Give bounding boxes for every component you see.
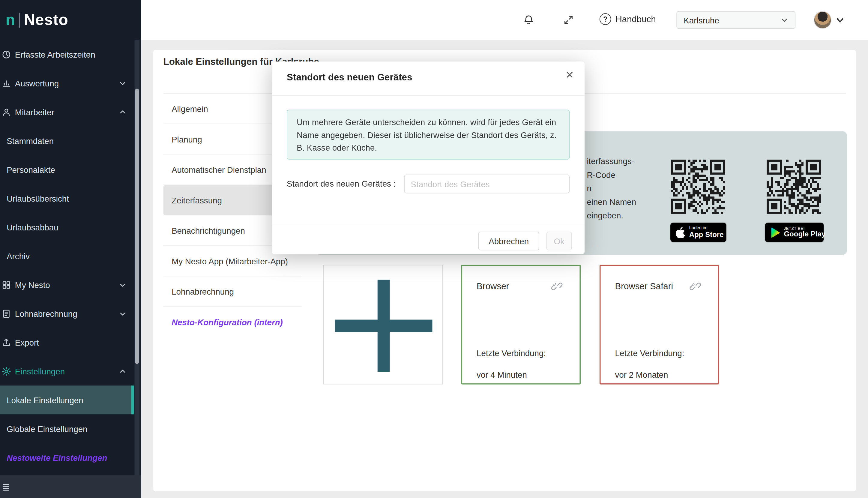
device-location-input[interactable] [404,174,570,194]
sidebar: n Nesto Erfasste Arbeitszeiten Auswertun… [0,0,141,498]
appstore-badge-top: Laden im [689,226,724,231]
sidebar-scrollbar[interactable] [134,40,139,476]
sidebar-item-label: Lokale Einstellungen [6,395,126,404]
device-card-browser[interactable]: Browser Letzte Verbindung: vor 4 Minuten [461,265,581,384]
sidebar-item-export[interactable]: Export [0,328,134,357]
export-icon [2,338,11,347]
sidebar-item-lohnabrechnung[interactable]: Lohnabrechnung [0,299,134,328]
sidebar-item-stammdaten[interactable]: Stammdaten [0,126,134,155]
chevron-up-icon [119,367,126,375]
sidebar-item-auswertung[interactable]: Auswertung [0,69,134,97]
tab-label: Zeiterfassung [172,195,222,205]
chevron-down-icon [780,16,788,24]
tab-label: Planung [172,134,202,144]
sidebar-item-label: My Nesto [15,280,115,289]
sidebar-nav: Erfasste Arbeitszeiten Auswertung Mitarb… [0,40,134,472]
sidebar-item-lokale-einstellungen[interactable]: Lokale Einstellungen [0,385,134,414]
tab-label: Nesto-Konfiguration (intern) [172,317,283,327]
handbuch-link[interactable]: ? Handbuch [600,13,656,25]
location-select-value: Karlsruhe [683,15,719,25]
chevron-down-icon[interactable] [835,16,845,25]
bar-chart-icon [2,78,11,88]
app: n Nesto Erfasste Arbeitszeiten Auswertun… [0,0,868,498]
grid-icon [2,280,11,289]
chevron-down-icon [119,79,126,87]
dialog-info-box: Um mehrere Geräte unterscheiden zu könne… [287,110,570,160]
sidebar-item-erfasste-arbeitszeiten[interactable]: Erfasste Arbeitszeiten [0,40,134,69]
device-card-browser-safari[interactable]: Browser Safari Letzte Verbindung: vor 2 … [600,265,719,384]
sidebar-scrollbar-thumb[interactable] [135,89,139,364]
close-icon[interactable]: × [566,68,573,81]
location-select[interactable]: Karlsruhe [676,11,796,29]
sidebar-item-einstellungen[interactable]: Einstellungen [0,357,134,385]
sidebar-item-archiv[interactable]: Archiv [0,241,134,270]
tab-label: Automatischer Dienstplan [172,165,266,174]
sidebar-item-label: Export [15,338,126,347]
qr-panel-text-line: R-Code [587,168,636,182]
person-icon [2,107,11,116]
sidebar-item-urlaubsabbau[interactable]: Urlaubsabbau [0,213,134,241]
qr-panel-text-line: iterfassungs- [587,155,636,168]
sidebar-item-label: Stammdaten [6,136,126,145]
qr-code-appstore [671,160,725,214]
device-name: Browser [477,281,509,291]
sidebar-item-label: Archiv [6,251,126,260]
sidebar-item-globale-einstellungen[interactable]: Globale Einstellungen [0,414,134,443]
tab-lohnabrechnung[interactable]: Lohnabrechnung [163,276,302,307]
qr-code-googleplay [766,160,821,214]
dialog-title: Standort des neuen Gerätes [287,72,412,83]
appstore-badge[interactable]: Laden im App Store [670,222,727,243]
brand-logo[interactable]: n Nesto [0,0,141,40]
help-icon: ? [600,13,611,25]
sidebar-item-nestoweite-einstellungen[interactable]: Nestoweite Einstellungen [0,443,134,472]
cancel-button[interactable]: Abbrechen [478,232,539,250]
chevron-up-icon [119,108,126,116]
add-device-card[interactable] [323,265,443,384]
tab-nesto-konfiguration-intern[interactable]: Nesto-Konfiguration (intern) [163,307,302,338]
handbuch-label: Handbuch [615,14,656,24]
bell-icon[interactable] [523,14,534,26]
qr-panel-text: iterfassungs- R-Code n einen Namen einge… [587,155,636,222]
googleplay-badge[interactable]: JETZT BEI Google Play [764,222,824,243]
gear-icon [2,366,11,376]
tab-label: Lohnabrechnung [172,287,234,296]
sidebar-item-personalakte[interactable]: Personalakte [0,155,134,184]
sidebar-item-label: Einstellungen [15,366,115,376]
last-connection-label: Letzte Verbindung: [615,348,684,358]
unlink-icon [551,280,563,292]
device-name: Browser Safari [615,281,673,291]
sidebar-item-label: Personalakte [6,165,126,174]
sidebar-item-urlaubsuebersicht[interactable]: Urlaubsübersicht [0,184,134,213]
clock-icon [2,50,11,59]
last-connection-value: vor 2 Monaten [615,370,668,379]
topbar: ? Handbuch Karlsruhe [141,0,868,40]
qr-panel-text-line: eingeben. [587,209,636,222]
chevron-down-icon [119,281,126,288]
googleplay-badge-bottom: Google Play [784,231,825,238]
brand-logo-n: n [5,11,15,29]
user-avatar[interactable] [814,11,831,29]
sidebar-item-my-nesto[interactable]: My Nesto [0,270,134,299]
sidebar-item-label: Globale Einstellungen [6,424,126,433]
ok-button[interactable]: Ok [546,232,572,250]
sidebar-item-label: Auswertung [15,78,115,88]
device-location-field-label: Standort des neuen Gerätes : [287,179,396,188]
unlink-icon [689,280,702,292]
sidebar-item-label: Mitarbeiter [15,107,115,116]
tab-label: Allgemein [172,104,208,113]
sidebar-item-mitarbeiter[interactable]: Mitarbeiter [0,97,134,126]
divider [272,224,585,224]
document-icon [2,309,11,318]
tab-label: My Nesto App (Mitarbeiter-App) [172,256,288,265]
sidebar-item-label: Nestoweite Einstellungen [6,453,126,462]
plus-icon [335,319,432,332]
last-connection-label: Letzte Verbindung: [477,348,546,358]
apple-icon [675,227,686,238]
qr-panel-text-line: n [587,182,636,195]
sidebar-item-label: Urlaubsabbau [6,222,126,232]
qr-panel-text-line: einen Namen [587,195,636,209]
last-connection-value: vor 4 Minuten [477,370,527,379]
divider [272,95,585,96]
fullscreen-icon[interactable] [563,14,574,26]
list-icon[interactable] [2,482,12,492]
